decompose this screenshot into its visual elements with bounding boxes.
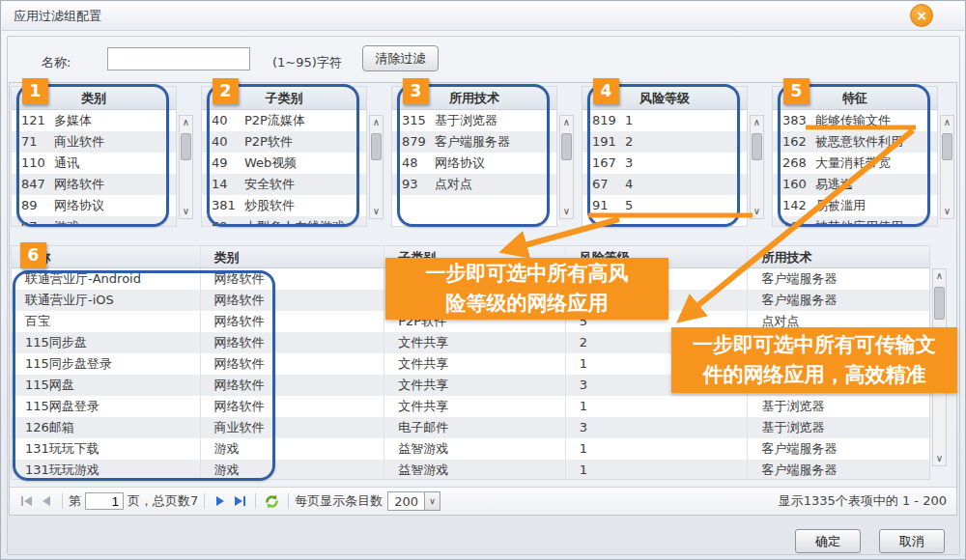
- scrollbar[interactable]: ∧∨: [369, 115, 384, 219]
- scroll-thumb[interactable]: [934, 287, 945, 320]
- list-item[interactable]: 160易逃逸: [773, 174, 937, 195]
- dialog-title: 应用过滤组配置: [14, 9, 101, 23]
- list-item[interactable]: 1912: [582, 131, 747, 153]
- per-page-select[interactable]: 200 ∨: [387, 491, 440, 511]
- filter-list-characteristic: 特征 383能够传输文件 162被恶意软件利用 268大量消耗带宽 160易逃逸…: [772, 86, 938, 227]
- filter-list-technology: 所用技术 315基于浏览器 879客户端服务器 48网络协议 93点对点: [391, 86, 557, 227]
- list-item[interactable]: 93点对点: [392, 174, 556, 195]
- name-hint: (1~95)字符: [272, 54, 342, 71]
- table-row[interactable]: 131玩玩游戏游戏益智游戏1客户端服务器: [12, 460, 929, 480]
- filter-list-risk-level: 风险等级 8191 1912 1673 674 915: [582, 86, 748, 227]
- list-item[interactable]: 48网络协议: [392, 153, 556, 174]
- callout-risk-selection: 一步即可选中所有高风 险等级的网络应用: [385, 258, 668, 320]
- scroll-up-icon[interactable]: ∧: [373, 116, 380, 129]
- step-badge-6: 6: [20, 242, 46, 268]
- pagination-bar: 第 页，总页数7 每页显示条目数 200 ∨ 显示1335个表项中的 1 - 2…: [10, 487, 956, 515]
- scroll-down-icon[interactable]: ∨: [373, 205, 380, 218]
- list-item[interactable]: 162被恶意软件利用: [773, 131, 937, 153]
- list-item[interactable]: 915: [582, 195, 747, 216]
- list-item[interactable]: 1673: [582, 153, 747, 174]
- table-row[interactable]: 126邮箱商业软件电子邮件3基于浏览器: [12, 417, 929, 438]
- refresh-icon[interactable]: [264, 493, 280, 510]
- list-item[interactable]: 381炒股软件: [202, 195, 366, 216]
- list-item[interactable]: 110通讯: [12, 153, 176, 174]
- page-number-input[interactable]: [85, 492, 124, 510]
- callout-transfer-selection: 一步即可选中所有可传输文 件的网络应用，高效精准: [671, 327, 957, 393]
- list-item[interactable]: 383能够传输文件: [773, 110, 937, 131]
- scroll-down-icon[interactable]: ∨: [944, 205, 951, 218]
- scroll-thumb[interactable]: [752, 133, 762, 160]
- list-item[interactable]: 121多媒体: [12, 110, 176, 131]
- filter-list-category: 类别 121多媒体 71商业软件 110通讯 847网络软件 89网络协议 97…: [11, 86, 177, 227]
- step-badge-2: 2: [213, 78, 239, 104]
- scroll-thumb[interactable]: [181, 133, 191, 160]
- scroll-down-icon[interactable]: ∨: [563, 205, 570, 218]
- scrollbar[interactable]: ∧∨: [179, 115, 193, 219]
- column-header-technology[interactable]: 所用技术: [748, 246, 929, 267]
- scroll-down-icon[interactable]: ∨: [753, 205, 760, 218]
- name-input[interactable]: [107, 47, 250, 70]
- filter-group-dialog: 应用过滤组配置 × 名称: (1~95)字符 清除过滤 类别 121多媒体 71…: [0, 0, 966, 560]
- list-item[interactable]: 69大型多人在线游戏: [202, 216, 366, 227]
- list-item[interactable]: 674: [582, 174, 747, 195]
- list-item[interactable]: 89网络协议: [12, 195, 176, 216]
- scroll-up-icon[interactable]: ∧: [183, 116, 189, 129]
- ok-button[interactable]: 确定: [795, 529, 861, 553]
- scroll-thumb[interactable]: [561, 133, 572, 160]
- page-prefix: 第: [69, 492, 81, 510]
- scroll-up-icon[interactable]: ∧: [563, 116, 570, 129]
- prev-page-icon[interactable]: [38, 493, 55, 509]
- close-icon[interactable]: ×: [910, 4, 933, 27]
- scroll-thumb[interactable]: [942, 133, 952, 160]
- range-text: 显示1335个表项中的 1 - 200: [779, 492, 956, 510]
- per-page-value: 200: [388, 494, 424, 509]
- list-item[interactable]: 49Web视频: [202, 153, 366, 174]
- list-item[interactable]: 161被其他应用使用: [773, 216, 937, 227]
- step-badge-1: 1: [22, 78, 48, 104]
- last-page-icon[interactable]: [231, 493, 248, 509]
- scrollbar[interactable]: ∧∨: [750, 115, 764, 219]
- name-label: 名称:: [42, 54, 71, 71]
- first-page-icon[interactable]: [18, 493, 36, 509]
- clear-filter-button[interactable]: 清除过滤: [362, 45, 439, 71]
- page-suffix: 页，总页数7: [128, 492, 198, 510]
- scroll-down-icon[interactable]: ∨: [936, 452, 943, 465]
- scrollbar[interactable]: ∧∨: [559, 115, 574, 219]
- filter-list-subcategory: 子类别 40P2P流媒体 40P2P软件 49Web视频 14安全软件 381炒…: [201, 86, 367, 227]
- list-item[interactable]: 71商业软件: [12, 131, 176, 153]
- list-item[interactable]: 268大量消耗带宽: [773, 153, 937, 174]
- list-item[interactable]: 142易被滥用: [773, 195, 937, 216]
- list-item[interactable]: 847网络软件: [12, 174, 176, 195]
- list-item[interactable]: 879客户端服务器: [392, 131, 556, 153]
- per-page-label: 每页显示条目数: [295, 492, 383, 510]
- chevron-down-icon: ∨: [424, 492, 440, 510]
- step-badge-4: 4: [593, 78, 619, 104]
- list-item[interactable]: 97游戏: [12, 216, 176, 227]
- column-header-category[interactable]: 类别: [201, 246, 385, 267]
- scroll-up-icon[interactable]: ∧: [944, 116, 951, 129]
- list-item[interactable]: 40P2P软件: [202, 131, 366, 153]
- step-badge-3: 3: [403, 78, 429, 104]
- scroll-up-icon[interactable]: ∧: [936, 269, 943, 283]
- step-badge-5: 5: [783, 78, 810, 104]
- list-item[interactable]: 315基于浏览器: [392, 110, 556, 131]
- table-row[interactable]: 115网盘登录网络软件文件共享1基于浏览器: [12, 396, 929, 417]
- scroll-down-icon[interactable]: ∨: [183, 205, 189, 218]
- scroll-thumb[interactable]: [371, 133, 382, 160]
- cancel-button[interactable]: 取消: [879, 529, 945, 553]
- scroll-up-icon[interactable]: ∧: [753, 116, 760, 129]
- list-item[interactable]: 40P2P流媒体: [202, 110, 366, 131]
- next-page-icon[interactable]: [212, 493, 229, 509]
- list-item[interactable]: 14安全软件: [202, 174, 366, 195]
- list-item[interactable]: 8191: [582, 110, 747, 131]
- dialog-titlebar: 应用过滤组配置: [2, 2, 964, 31]
- table-row[interactable]: 131玩玩下载游戏益智游戏1客户端服务器: [12, 438, 929, 460]
- scrollbar[interactable]: ∧∨: [940, 115, 954, 219]
